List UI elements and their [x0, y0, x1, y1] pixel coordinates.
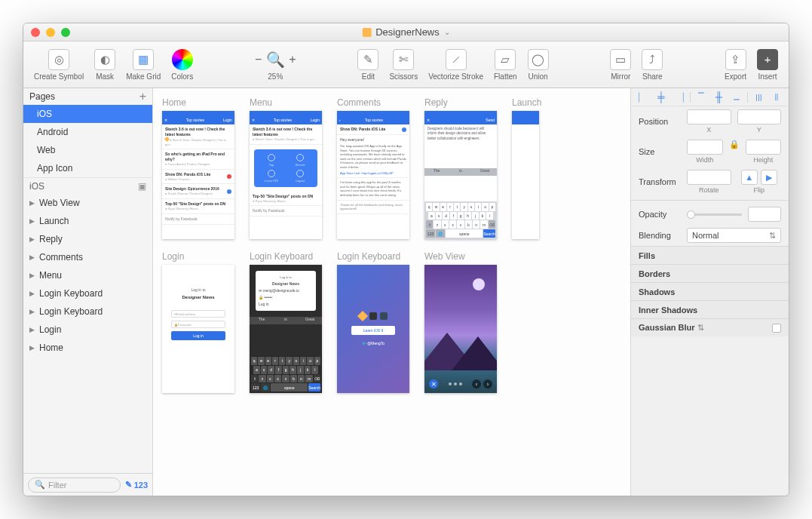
position-x-input[interactable]: [687, 109, 731, 124]
disclosure-triangle-icon[interactable]: ▶: [29, 308, 35, 315]
disclosure-triangle-icon[interactable]: ▶: [29, 253, 35, 261]
disclosure-triangle-icon[interactable]: ▶: [29, 290, 35, 297]
disclosure-triangle-icon[interactable]: ▶: [29, 326, 35, 333]
blending-select[interactable]: Normal⇅: [687, 228, 781, 243]
layer-home[interactable]: ▶Home: [23, 339, 152, 357]
blending-label: Blending: [639, 231, 681, 240]
traffic-lights: [31, 28, 70, 37]
magnifier-icon[interactable]: 🔍: [265, 49, 286, 70]
blur-checkbox[interactable]: [772, 324, 781, 333]
flip-h-button[interactable]: ▲: [741, 170, 758, 185]
layer-menu[interactable]: ▶Menu: [23, 266, 152, 284]
scissors-button[interactable]: ✄Scissors: [389, 49, 418, 81]
export-button[interactable]: ⇪Export: [725, 49, 746, 81]
layer-reply[interactable]: ▶Reply: [23, 230, 152, 248]
inner-shadows-section[interactable]: Inner Shadows: [631, 300, 789, 318]
height-input[interactable]: [746, 140, 782, 155]
disclosure-triangle-icon[interactable]: ▶: [29, 344, 35, 352]
chevron-updown-icon: ⇅: [769, 231, 776, 241]
shadows-section[interactable]: Shadows: [631, 282, 789, 300]
window-title[interactable]: DesignerNews ⌄: [362, 26, 450, 38]
disclosure-triangle-icon[interactable]: ▶: [29, 217, 35, 225]
union-button[interactable]: ◯Union: [528, 49, 549, 81]
app-window: DesignerNews ⌄ ◎Create Symbol ◐Mask ▦Mak…: [23, 23, 789, 496]
artboard-reply[interactable]: Reply ✕Send Designers should code becaus…: [424, 97, 497, 239]
layer-login-keyboard-2[interactable]: ▶Login Keyboard: [23, 302, 152, 321]
canvas[interactable]: Home ✕Top storiesLogin Sketch 3.6 is out…: [153, 88, 630, 496]
zoom-level: 25%: [268, 72, 283, 81]
toolbar: ◎Create Symbol ◐Mask ▦Make Grid Colors −…: [23, 41, 789, 88]
align-right-button[interactable]: ⎹: [672, 91, 687, 103]
borders-section[interactable]: Borders: [631, 264, 789, 282]
layer-launch[interactable]: ▶Launch: [23, 212, 152, 230]
artboard-icon: ▣: [138, 181, 146, 192]
close-window-button[interactable]: [31, 28, 40, 37]
share-button[interactable]: ⤴Share: [642, 49, 663, 81]
rotate-input[interactable]: [687, 170, 731, 185]
document-icon: [362, 28, 371, 37]
layers-sidebar: Pages + iOS Android Web App Icon iOS ▣ ▶…: [23, 88, 153, 496]
titlebar: DesignerNews ⌄: [23, 23, 789, 41]
layer-comments[interactable]: ▶Comments: [23, 248, 152, 266]
zoom-control: − 🔍 + 25%: [255, 49, 296, 81]
disclosure-triangle-icon[interactable]: ▶: [29, 199, 35, 207]
artboard-home[interactable]: Home ✕Top storiesLogin Sketch 3.6 is out…: [162, 97, 234, 239]
zoom-in-button[interactable]: +: [289, 53, 296, 66]
align-center-button[interactable]: ╪: [654, 91, 669, 103]
selection-count[interactable]: ✎ 123: [125, 480, 148, 490]
opacity-input[interactable]: [748, 207, 781, 222]
distribute-h-button[interactable]: ⫼: [751, 91, 766, 103]
lock-icon[interactable]: 🔒: [729, 140, 740, 164]
align-top-button[interactable]: ⎺: [694, 91, 709, 103]
pencil-icon: ✎: [125, 480, 132, 490]
page-item-android[interactable]: Android: [23, 123, 152, 141]
align-middle-button[interactable]: ╫: [712, 91, 727, 103]
filter-input[interactable]: 🔍 Filter: [28, 478, 121, 493]
artboard-comments[interactable]: Comments ‹Top stories Show DN: Panda iOS…: [337, 97, 409, 239]
colors-button[interactable]: Colors: [171, 49, 193, 81]
opacity-slider[interactable]: [687, 213, 742, 216]
opacity-label: Opacity: [639, 210, 681, 219]
artboard-launch[interactable]: Launch: [512, 97, 541, 239]
artboard-login-keyboard-2[interactable]: Login Keyboard Learn iOS 9 🐦 @MengTo: [337, 251, 409, 393]
fills-section[interactable]: Fills: [631, 246, 789, 264]
mask-button[interactable]: ◐Mask: [94, 49, 115, 81]
page-item-web[interactable]: Web: [23, 141, 152, 159]
artboard-login-keyboard-1[interactable]: Login Keyboard Log in to Designer News ✉…: [250, 251, 322, 393]
flip-v-button[interactable]: ▶: [761, 170, 777, 185]
position-label: Position: [639, 117, 681, 126]
flatten-button[interactable]: ▱Flatten: [494, 49, 517, 81]
make-grid-button[interactable]: ▦Make Grid: [126, 49, 161, 81]
minimize-window-button[interactable]: [46, 28, 55, 37]
create-symbol-button[interactable]: ◎Create Symbol: [34, 49, 84, 81]
artboard-web-view[interactable]: Web View ✕ ‹›: [424, 251, 497, 393]
distribute-v-button[interactable]: ⫴: [769, 91, 784, 103]
disclosure-triangle-icon[interactable]: ▶: [29, 272, 35, 279]
size-label: Size: [639, 147, 681, 156]
chevron-down-icon: ⌄: [444, 28, 450, 36]
position-y-input[interactable]: [737, 109, 782, 124]
mirror-button[interactable]: ▭Mirror: [610, 49, 631, 81]
search-icon: 🔍: [35, 480, 45, 490]
add-page-button[interactable]: +: [139, 90, 146, 103]
vectorize-button[interactable]: ⟋Vectorize Stroke: [428, 49, 483, 81]
edit-button[interactable]: ✎Edit: [357, 49, 378, 81]
width-input[interactable]: [687, 140, 723, 155]
artboard-menu[interactable]: Menu ✕Top storiesLogin Sketch 3.6 is out…: [250, 97, 322, 239]
page-item-ios[interactable]: iOS: [23, 105, 152, 123]
insert-button[interactable]: +Insert: [757, 49, 778, 81]
zoom-window-button[interactable]: [61, 28, 70, 37]
artboard-login[interactable]: Login Log in to Designer News ✉ Email ad…: [162, 251, 234, 393]
layer-login[interactable]: ▶Login: [23, 321, 152, 339]
layer-web-view[interactable]: ▶Web View: [23, 194, 152, 212]
zoom-out-button[interactable]: −: [255, 53, 262, 66]
layer-login-keyboard-1[interactable]: ▶Login Keyboard: [23, 284, 152, 302]
layer-section-header: iOS ▣: [23, 177, 152, 194]
align-bottom-button[interactable]: ⎽: [729, 91, 744, 103]
gaussian-blur-section[interactable]: Gaussian Blur ⇅: [631, 318, 789, 336]
disclosure-triangle-icon[interactable]: ▶: [29, 235, 35, 243]
align-left-button[interactable]: ⎸: [636, 91, 651, 103]
page-item-app-icon[interactable]: App Icon: [23, 159, 152, 177]
inspector-panel: ⎸ ╪ ⎹ ⎺ ╫ ⎽ ⫼ ⫴ Position X Y Size: [630, 88, 789, 496]
pages-header: Pages +: [23, 88, 152, 105]
